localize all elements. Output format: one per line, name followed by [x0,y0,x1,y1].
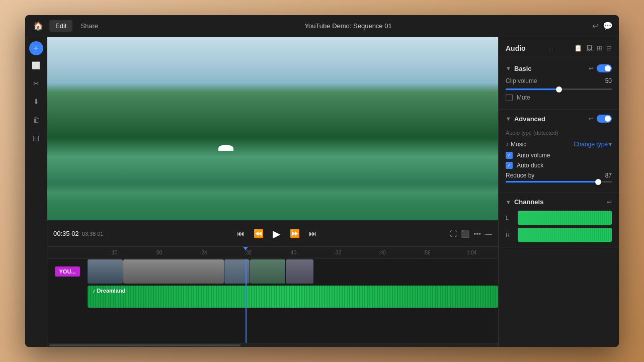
l-channel-waveform [518,211,612,225]
music-icon: ♪ [506,141,509,148]
play-button[interactable]: ▶ [270,227,284,241]
ruler-mark: -24 [181,250,226,255]
video-clip[interactable] [224,259,250,284]
video-track-content[interactable] [88,259,498,284]
ruler-mark: 1:04 [449,250,494,255]
video-clip[interactable] [123,259,224,284]
current-time: 00:35 02 [53,230,79,237]
ruler-mark: :40 [360,250,405,255]
audio-track-content[interactable]: ♪ Dreamland // can't use script in SVG i… [88,284,498,309]
advanced-section-title: Advanced [514,115,586,123]
channels-section: ▼ Channels ↩ L R [499,193,619,247]
advanced-section: ▼ Advanced ↩ Audio type (detected) ♪ Mus… [499,110,619,193]
ruler-mark: :00 [136,250,181,255]
more-icon[interactable]: ••• [473,230,481,238]
audio-type-detected-label: Audio type (detected) [506,130,558,136]
channels-reset-icon[interactable]: ↩ [607,199,612,206]
main-content: + ⬜ ✂ ⬇ 🗑 ▤ 00:35 [25,37,619,347]
clip-volume-fill [506,88,559,90]
clip-volume-slider-row [506,88,612,90]
sidebar-icon-list[interactable]: ▤ [28,130,44,146]
ruler-mark: :56 [405,250,449,255]
advanced-section-header: ▼ Advanced ↩ [506,115,612,123]
basic-chevron[interactable]: ▼ [506,65,511,71]
camera-icon[interactable]: ⛶ [450,230,457,238]
tab-edit[interactable]: Edit [49,20,72,32]
video-track-row: YOU... [47,259,498,284]
minimize-icon[interactable]: — [485,230,492,238]
panel-icon-frame[interactable]: 🖼 [586,44,593,52]
clip-volume-thumb[interactable] [556,86,562,93]
transport-controls: ⏮ ⏪ ▶ ⏩ ⏭ [233,227,320,241]
basic-section: ▼ Basic ↩ Clip volume 50 [499,59,619,110]
clip-volume-slider[interactable] [506,88,612,90]
panel-icons: 📋 🖼 ⊞ ⊟ [574,44,612,52]
ruler-marks: :10 :00 -24 :32 :40 -32 :40 :56 1:04 [92,250,494,255]
auto-volume-label: Auto volume [517,152,550,159]
video-clip[interactable] [286,259,313,284]
sidebar-icon-media[interactable]: ⬜ [28,57,44,73]
audio-clip-label: ♪ Dreamland [93,288,125,294]
step-fwd-button[interactable]: ⏩ [288,227,302,241]
auto-duck-checkbox[interactable] [506,162,513,169]
change-type-label: Change type [574,141,608,148]
advanced-toggle[interactable] [597,115,612,123]
sidebar-icon-download[interactable]: ⬇ [28,94,44,110]
add-button[interactable]: + [29,41,43,55]
channels-section-header: ▼ Channels ↩ [506,198,612,206]
playhead-triangle [243,247,248,250]
step-back-button[interactable]: ⏪ [252,227,266,241]
mute-checkbox[interactable] [506,94,513,101]
undo-icon[interactable]: ↩ [592,21,599,31]
export-icon[interactable]: ⬛ [461,230,469,238]
timeline-tracks: YOU... [47,259,498,343]
auto-duck-row: Auto duck [506,162,612,169]
reduce-by-value: 87 [605,172,612,179]
video-clip[interactable] [250,259,285,284]
ruler-mark: -32 [315,250,360,255]
clip-volume-row: Clip volume 50 [506,77,612,84]
scrollbar-thumb[interactable] [49,344,240,346]
tab-share[interactable]: Share [74,20,104,32]
chat-icon[interactable]: 💬 [603,21,613,31]
music-label: Music [511,141,574,148]
sidebar-icon-delete[interactable]: 🗑 [28,112,44,128]
panel-icon-grid[interactable]: ⊞ [597,44,602,52]
total-time: 03:38 01 [82,231,104,237]
advanced-reset-icon[interactable]: ↩ [589,115,594,122]
l-channel-label: L [506,215,513,221]
reduce-by-slider[interactable] [506,181,612,183]
video-preview[interactable] [47,37,498,220]
l-waveform-lines [518,211,612,225]
sidebar-icon-cut[interactable]: ✂ [28,75,44,92]
video-clip[interactable] [88,259,123,284]
panel-icon-clipboard[interactable]: 📋 [574,44,582,52]
clip-volume-label: Clip volume [506,77,596,84]
channels-chevron[interactable]: ▼ [506,199,511,205]
basic-toggle[interactable] [597,64,612,72]
top-tabs: Edit Share [49,20,104,32]
reduce-by-label-row: Reduce by 87 [506,172,612,179]
audio-clip[interactable]: ♪ Dreamland // can't use script in SVG i… [88,286,498,308]
skip-fwd-button[interactable]: ⏭ [306,227,320,241]
ruler-mark: :10 [92,250,136,255]
auto-duck-label: Auto duck [517,162,543,169]
panel-icon-more[interactable]: ⊟ [606,44,612,52]
ruler-mark: :32 [226,250,271,255]
home-icon[interactable]: 🏠 [31,19,45,33]
track-label: YOU... [47,266,88,277]
mute-label: Mute [517,94,530,101]
reduce-by-thumb[interactable] [595,179,601,185]
video-scene [47,37,498,220]
timeline-ruler: :10 :00 -24 :32 :40 -32 :40 :56 1:04 [47,247,498,259]
skip-back-button[interactable]: ⏮ [233,227,248,241]
basic-reset-icon[interactable]: ↩ [589,65,594,72]
window-title: YouTube Demo: Sequence 01 [104,22,592,30]
audio-type-row: ♪ Music Change type ▾ [506,141,612,148]
change-type-button[interactable]: Change type ▾ [574,141,612,148]
panel-header: Audio … 📋 🖼 ⊞ ⊟ [499,37,619,59]
advanced-chevron[interactable]: ▼ [506,116,511,122]
reduce-by-label: Reduce by [506,172,601,179]
boat [218,145,233,151]
auto-volume-checkbox[interactable] [506,152,513,159]
